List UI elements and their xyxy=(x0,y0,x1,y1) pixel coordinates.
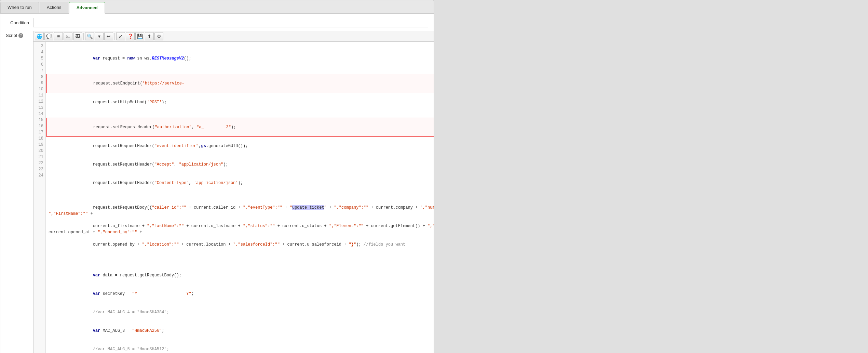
line-num-22: 22 xyxy=(33,160,45,166)
str-hmac256: "HmacSHA256" xyxy=(132,328,162,333)
content-area: Condition Script ? 🌐 💬 ≡ 🏷 🖼 🔍 ▾ xyxy=(0,14,434,353)
tab-actions[interactable]: Actions xyxy=(40,2,69,13)
dropdown-button[interactable]: ▾ xyxy=(95,32,104,40)
main-container: When to run Actions Advanced Condition S… xyxy=(0,0,434,353)
tab-when-to-run[interactable]: When to run xyxy=(0,2,39,13)
str-body-12: ","category":"" xyxy=(428,224,434,228)
code-line-8 xyxy=(46,112,434,118)
code-line-5 xyxy=(46,68,434,74)
line-num-7: 7 xyxy=(33,68,45,74)
str-body-9: ","LastName":"" xyxy=(147,224,184,228)
str-body-5: ","company":"" xyxy=(334,205,368,210)
str-json: "application/json" xyxy=(179,162,223,167)
code-content[interactable]: var request = new sn_ws.RESTMessageV2();… xyxy=(46,42,434,353)
str-body-2: ","eventType":"" xyxy=(243,205,282,210)
condition-row: Condition xyxy=(6,18,428,27)
tag-button[interactable]: 🏷 xyxy=(64,32,72,40)
help-button[interactable]: ❓ xyxy=(126,32,135,40)
code-line-4: var request = new sn_ws.RESTMessageV2(); xyxy=(46,49,434,68)
globe-button[interactable]: 🌐 xyxy=(35,32,44,40)
code-line-15 xyxy=(46,254,434,260)
line-num-13: 13 xyxy=(33,105,45,111)
keyword-var-4: var xyxy=(93,56,100,61)
line-num-3: 3 xyxy=(33,43,45,49)
undo-button[interactable]: ↩ xyxy=(104,32,113,40)
str-body-8: ","FirstName":"" xyxy=(49,211,88,216)
search-button[interactable]: 🔍 xyxy=(85,32,94,40)
code-line-10: request.setRequestHeader("event-identifi… xyxy=(46,137,434,155)
highlight-update: update_ticket xyxy=(292,205,324,210)
script-label-wrap: Script ? xyxy=(6,31,33,38)
keyword-var-17: var xyxy=(93,273,100,278)
editor-toolbar: 🌐 💬 ≡ 🏷 🖼 🔍 ▾ ↩ ⤢ ❓ 💾 ⬆ ⚙ › xyxy=(33,31,434,42)
str-post: 'POST' xyxy=(147,100,162,105)
tab-advanced[interactable]: Advanced xyxy=(69,2,105,14)
str-body-3: " xyxy=(290,205,292,210)
lines-button[interactable]: ≡ xyxy=(54,32,63,40)
str-endpoint: 'https://service- s' xyxy=(143,81,434,86)
code-line-14: request.setRequestBody({"caller_id":"" +… xyxy=(46,198,434,254)
str-body-14: ","opened_by":"" xyxy=(98,230,137,235)
script-row: Script ? 🌐 💬 ≡ 🏷 🖼 🔍 ▾ ↩ ⤢ ❓ xyxy=(6,31,428,353)
str-body-4: " xyxy=(324,205,327,210)
code-line-3 xyxy=(46,43,434,49)
comment-21: //var MAC_ALG_5 = "HmacSHA512"; xyxy=(83,347,169,352)
line-num-16: 16 xyxy=(33,123,45,129)
code-line-7: request.setHttpMethod('POST'); xyxy=(46,93,434,112)
code-line-9: request.setRequestHeader("authorization"… xyxy=(46,118,434,137)
str-content-type: "Content-Type" xyxy=(154,181,189,185)
code-editor: 🌐 💬 ≡ 🏷 🖼 🔍 ▾ ↩ ⤢ ❓ 💾 ⬆ ⚙ › xyxy=(33,31,434,353)
line-num-24: 24 xyxy=(33,172,45,179)
str-event-id: "event-identifier" xyxy=(154,144,199,148)
script-label: Script xyxy=(6,33,17,38)
line-num-6: 6 xyxy=(33,62,45,68)
upload-button[interactable]: ⬆ xyxy=(145,32,154,40)
line-num-19: 19 xyxy=(33,142,45,148)
str-body-17: "}" xyxy=(349,242,356,247)
condition-label: Condition xyxy=(6,20,33,25)
line-num-10: 10 xyxy=(33,86,45,92)
str-body-1: "caller_id":"" xyxy=(152,205,186,210)
line-num-14: 14 xyxy=(33,111,45,117)
code-line-16 xyxy=(46,260,434,266)
save-button[interactable]: 💾 xyxy=(135,32,144,40)
line-num-8: 8 xyxy=(33,74,45,80)
str-body-16: ","salesforceId":"" xyxy=(233,242,280,247)
code-line-13 xyxy=(46,192,434,198)
line-num-18: 18 xyxy=(33,135,45,142)
code-line-18: var secretKey = "Y Y"; xyxy=(46,285,434,303)
line-num-23: 23 xyxy=(33,166,45,172)
toolbar-separator-1 xyxy=(83,33,84,40)
str-auth-val: "a_ 3" xyxy=(196,125,231,130)
str-body-6: ","number":"" xyxy=(420,205,434,210)
str-body-10: ","status":"" xyxy=(243,224,275,228)
code-line-12: request.setRequestHeader("Content-Type",… xyxy=(46,174,434,192)
line-num-17: 17 xyxy=(33,129,45,135)
condition-input[interactable] xyxy=(33,18,428,27)
str-body-11: ","Element":"" xyxy=(329,224,364,228)
line-num-5: 5 xyxy=(33,55,45,62)
comment-button[interactable]: 💬 xyxy=(44,32,53,40)
comment-14: //fields you want xyxy=(364,242,405,247)
class-rest: RESTMessageV2 xyxy=(152,56,184,61)
toolbar-separator-2 xyxy=(114,33,115,40)
line-num-21: 21 xyxy=(33,154,45,160)
line-numbers: 3 4 5 6 7 8 9 10 11 12 13 14 15 16 xyxy=(33,42,46,353)
code-line-19: //var MAC_ALG_4 = "HmacSHA384"; xyxy=(46,303,434,322)
str-accept: "Accept" xyxy=(154,162,174,167)
keyword-gs: gs xyxy=(201,144,206,148)
resize-button[interactable]: ⤢ xyxy=(116,32,125,40)
line-num-20: 20 xyxy=(33,148,45,154)
comment-19: //var MAC_ALG_4 = "HmacSHA384"; xyxy=(83,310,169,315)
str-body-15: ","location":"" xyxy=(142,242,179,247)
image-button[interactable]: 🖼 xyxy=(73,32,82,40)
script-help-icon[interactable]: ? xyxy=(18,33,23,38)
code-area: 3 4 5 6 7 8 9 10 11 12 13 14 15 16 xyxy=(33,42,434,353)
line-num-4: 4 xyxy=(33,49,45,55)
keyword-var-18: var xyxy=(93,291,100,296)
code-line-21: //var MAC_ALG_5 = "HmacSHA512"; xyxy=(46,340,434,353)
str-auth: "authorization" xyxy=(155,125,192,130)
keyword-new-4: new xyxy=(127,56,135,61)
settings-button[interactable]: ⚙ xyxy=(154,32,163,40)
str-app-json: 'application/json' xyxy=(194,181,238,185)
